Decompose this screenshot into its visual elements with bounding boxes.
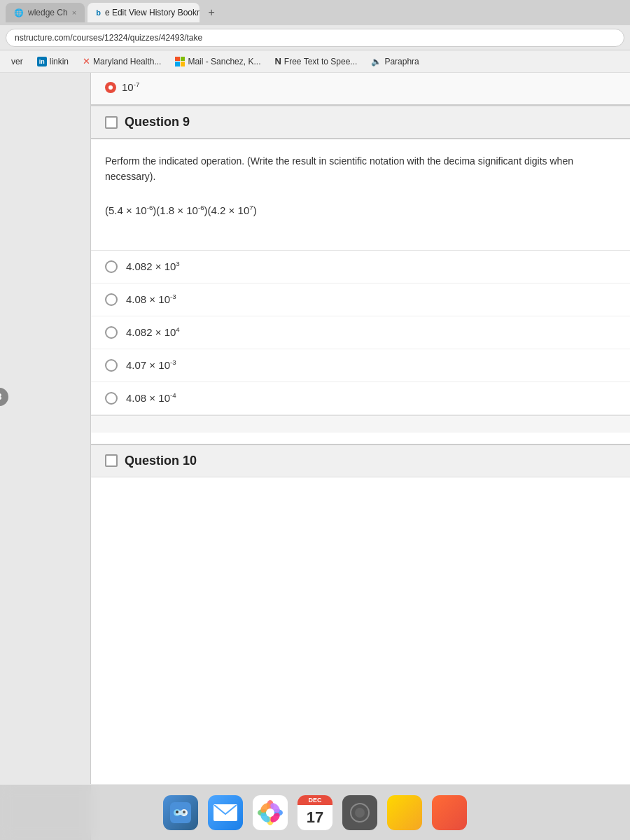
bookmark-paraphra-label: Paraphra — [384, 57, 419, 66]
bookmark-paraphra[interactable]: 🔈 Paraphra — [365, 55, 424, 68]
dock-item-redorange[interactable] — [430, 793, 469, 832]
bookmark-ver[interactable]: ver — [6, 55, 29, 68]
answer-option-3[interactable]: 4.082 × 104 — [91, 316, 630, 349]
answer-text-4: 4.07 × 10-3 — [126, 359, 176, 371]
bookmark-freetext-label: Free Text to Spee... — [284, 57, 358, 66]
bookmark-linkedin[interactable]: in linkin — [31, 55, 74, 68]
question-9-title: Question 9 — [125, 115, 190, 130]
tab-close-btn[interactable]: × — [72, 8, 76, 17]
left-margin: 8 — [0, 73, 91, 840]
question-10-checkbox[interactable] — [105, 454, 118, 467]
question-10-title: Question 10 — [125, 454, 197, 468]
tab-inactive[interactable]: 🌐 wledge Ch × — [6, 3, 85, 22]
tab-bar: 🌐 wledge Ch × b e Edit View History Book… — [0, 0, 630, 25]
dock: DEC 17 — [0, 784, 630, 840]
red-orange-app-icon — [432, 795, 467, 830]
calendar-date: 17 — [298, 805, 332, 830]
radio-btn-5[interactable] — [105, 392, 118, 405]
speaker-icon: 🔈 — [371, 57, 382, 66]
svg-point-5 — [183, 811, 186, 813]
tab-label: wledge Ch — [28, 8, 68, 18]
bookmark-mail-label: Mail - Sanchez, K... — [188, 57, 260, 66]
dock-item-calendar[interactable]: DEC 17 — [295, 793, 335, 832]
tab-active-label: e Edit View History Bookmarks — [105, 8, 200, 18]
mail-envelope-icon — [214, 804, 237, 821]
question-10-header: Question 10 — [91, 444, 630, 477]
answer-option-1[interactable]: 4.082 × 103 — [91, 251, 630, 284]
svg-point-15 — [266, 808, 274, 817]
yellow-app-icon — [387, 795, 422, 830]
main-content: 10-7 Question 9 Perform the indicated op… — [91, 73, 630, 840]
dock-item-finder[interactable] — [161, 793, 200, 832]
bookmark-mail[interactable]: Mail - Sanchez, K... — [169, 55, 266, 68]
address-bar[interactable]: nstructure.com/courses/12324/quizzes/424… — [6, 29, 624, 47]
answer-text-3: 4.082 × 104 — [126, 326, 180, 338]
spacer — [91, 416, 630, 433]
bookmarks-bar: ver in linkin ✕ Maryland Health... Mail … — [0, 50, 630, 73]
prev-answer-text: 10-7 — [122, 81, 139, 93]
tab-favicon: 🌐 — [14, 8, 24, 18]
dock-item-photos[interactable] — [251, 793, 290, 832]
page-content: 8 10-7 Question 9 Perform the indicated … — [0, 73, 630, 840]
answer-text-5: 4.08 × 10-4 — [126, 392, 176, 404]
mail-dock-icon — [208, 795, 243, 830]
photos-icon — [253, 795, 288, 830]
svg-point-17 — [355, 808, 365, 818]
math-expression: (5.4 × 10-6)(1.8 × 10-6)(4.2 × 107) — [105, 199, 616, 222]
bookmark-linkedin-label: linkin — [50, 57, 69, 66]
x-mark-icon: ✕ — [83, 56, 90, 66]
answer-option-4[interactable]: 4.07 × 10-3 — [91, 349, 630, 382]
browser-chrome: 🌐 wledge Ch × b e Edit View History Book… — [0, 0, 630, 73]
radio-btn-1[interactable] — [105, 260, 118, 273]
linkedin-icon: in — [37, 57, 47, 66]
address-bar-row: nstructure.com/courses/12324/quizzes/424… — [0, 25, 630, 50]
new-tab-icon: + — [208, 6, 214, 19]
question-9-header: Question 9 — [91, 106, 630, 139]
bookmark-freetext[interactable]: N Free Text to Spee... — [269, 55, 363, 68]
question-9-checkbox[interactable] — [105, 116, 118, 129]
question-9-block: Question 9 Perform the indicated operati… — [91, 106, 630, 416]
calendar-month: DEC — [298, 795, 332, 805]
svg-point-4 — [176, 811, 178, 813]
bookmark-ver-label: ver — [11, 57, 23, 66]
radio-btn-2[interactable] — [105, 293, 118, 306]
radio-btn-4[interactable] — [105, 359, 118, 372]
calendar-icon: DEC 17 — [298, 795, 332, 830]
finder-icon — [163, 795, 198, 830]
radio-btn-3[interactable] — [105, 326, 118, 339]
answer-text-2: 4.08 × 10-3 — [126, 293, 176, 305]
answer-option-2[interactable]: 4.08 × 10-3 — [91, 284, 630, 316]
prev-answer-row: 10-7 — [91, 73, 630, 106]
prev-answer-radio — [105, 82, 116, 93]
question-number-bubble: 8 — [0, 388, 8, 406]
n-icon: N — [274, 56, 281, 66]
dock-item-circle[interactable] — [340, 793, 379, 832]
answer-options: 4.082 × 103 4.08 × 10-3 4.082 × 104 4.07… — [91, 250, 630, 415]
windows-icon — [175, 57, 185, 66]
circle-icon — [342, 795, 377, 830]
tab-active-favicon: b — [96, 8, 101, 17]
question-9-instruction: Perform the indicated operation. (Write … — [105, 153, 616, 185]
answer-text-1: 4.082 × 103 — [126, 260, 180, 272]
bookmark-maryland[interactable]: ✕ Maryland Health... — [77, 55, 167, 68]
dock-item-mail[interactable] — [206, 793, 245, 832]
dock-item-yellow[interactable] — [385, 793, 424, 832]
tab-active[interactable]: b e Edit View History Bookmarks × — [88, 3, 200, 22]
question-9-body: Perform the indicated operation. (Write … — [91, 139, 630, 250]
bookmark-maryland-label: Maryland Health... — [93, 57, 161, 66]
answer-option-5[interactable]: 4.08 × 10-4 — [91, 382, 630, 415]
new-tab-button[interactable]: + — [202, 4, 220, 22]
address-text: nstructure.com/courses/12324/quizzes/424… — [15, 33, 202, 43]
